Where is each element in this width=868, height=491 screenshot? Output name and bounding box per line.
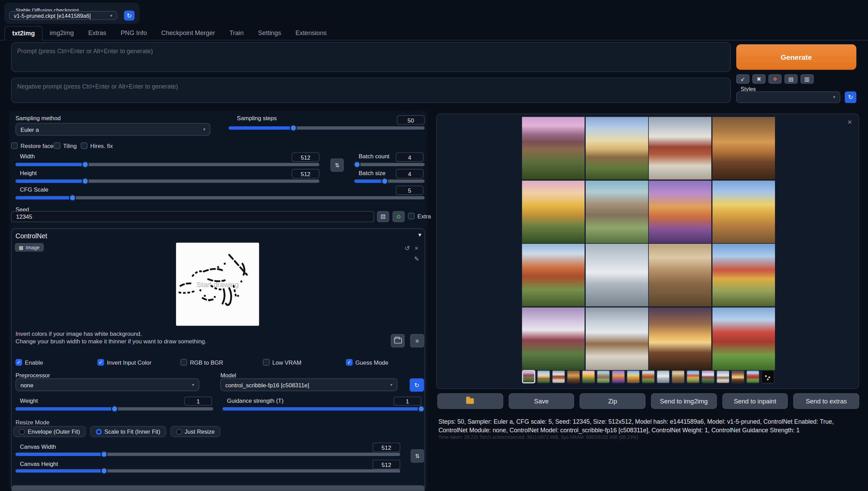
- enable-checkbox[interactable]: ✓ Enable: [15, 359, 43, 366]
- gallery-image[interactable]: [522, 180, 585, 243]
- gallery-image[interactable]: [585, 117, 648, 179]
- rgb-to-bgr-checkbox[interactable]: RGB to BGR: [180, 359, 223, 366]
- extra-seed-checkbox[interactable]: Extra: [408, 213, 431, 219]
- weight-slider[interactable]: [15, 407, 213, 411]
- canvas-width-value[interactable]: [373, 443, 400, 452]
- swap-canvas-dims-button[interactable]: ⇅: [411, 449, 424, 463]
- gallery-image[interactable]: [712, 117, 775, 179]
- canvas-settings-button[interactable]: ≡: [410, 334, 424, 347]
- prompt-input[interactable]: [11, 42, 731, 72]
- batch-count-slider[interactable]: [354, 163, 425, 166]
- thumbnail[interactable]: [687, 370, 700, 384]
- thumbnail[interactable]: [746, 370, 760, 384]
- negative-prompt-input[interactable]: [11, 78, 731, 103]
- new-canvas-button[interactable]: [391, 334, 404, 347]
- guidance-strength-value[interactable]: [394, 397, 421, 406]
- drawing-canvas[interactable]: Start drawing: [176, 243, 259, 326]
- width-slider[interactable]: [15, 163, 319, 166]
- gallery-image[interactable]: [649, 307, 711, 370]
- tab-extensions[interactable]: Extensions: [288, 26, 334, 40]
- thumbnail[interactable]: [597, 370, 610, 384]
- resize-radio-envelope[interactable]: Envelope (Outer Fit): [13, 426, 86, 437]
- tab-train[interactable]: Train: [222, 26, 251, 40]
- thumbnail[interactable]: [582, 370, 595, 384]
- weight-value[interactable]: [184, 397, 212, 406]
- guess-mode-checkbox[interactable]: ✓ Guess Mode: [346, 359, 388, 366]
- send-to-inpaint-button[interactable]: Send to inpaint: [722, 393, 788, 409]
- model-refresh-button[interactable]: ↻: [410, 378, 424, 392]
- model-select[interactable]: control_scribble-fp16 [c508311e] ▾: [220, 378, 397, 391]
- gallery-image[interactable]: [522, 244, 585, 306]
- styles-select[interactable]: ▾: [736, 91, 840, 103]
- sampling-method-select[interactable]: Euler a ▾: [15, 123, 210, 136]
- tab-img2img[interactable]: img2img: [43, 26, 81, 40]
- thumbnail[interactable]: [567, 370, 580, 384]
- gallery-image[interactable]: [712, 180, 775, 243]
- sampling-steps-value[interactable]: [397, 115, 425, 125]
- thumbnail[interactable]: [522, 370, 536, 384]
- gallery-image[interactable]: [649, 244, 711, 306]
- clear-prompt-button[interactable]: ✖: [752, 74, 766, 83]
- resize-radio-just-resize[interactable]: Just Resize: [170, 426, 220, 437]
- thumbnail[interactable]: [612, 370, 625, 384]
- brush-button[interactable]: ✎: [414, 256, 419, 262]
- zip-button[interactable]: Zip: [580, 393, 645, 409]
- styles-refresh-button[interactable]: ↻: [845, 91, 856, 103]
- script-section-partial[interactable]: [12, 485, 425, 491]
- thumbnail[interactable]: [701, 370, 715, 384]
- gallery-close-button[interactable]: ×: [847, 117, 852, 126]
- batch-size-value[interactable]: [396, 169, 424, 178]
- thumbnail[interactable]: [626, 370, 640, 384]
- controlnet-image-tab[interactable]: ▦ Image: [15, 243, 44, 251]
- thumbnail[interactable]: [537, 370, 550, 384]
- width-value[interactable]: [292, 152, 319, 162]
- save-style-button[interactable]: ▤: [784, 74, 798, 83]
- tiling-checkbox[interactable]: Tiling: [54, 142, 77, 149]
- thumbnail[interactable]: [671, 370, 685, 384]
- thumbnail[interactable]: [657, 370, 670, 384]
- sampling-steps-slider[interactable]: [228, 126, 424, 130]
- random-seed-button[interactable]: ⚄: [377, 211, 389, 222]
- gallery-image[interactable]: [649, 180, 711, 243]
- paste-params-button[interactable]: ↙: [736, 74, 750, 83]
- gallery-image[interactable]: [649, 117, 711, 179]
- gallery-image[interactable]: [585, 307, 648, 370]
- swap-dimensions-button[interactable]: ⇅: [330, 158, 344, 172]
- send-to-img2img-button[interactable]: Send to img2img: [651, 393, 717, 409]
- canvas-width-slider[interactable]: [15, 453, 400, 456]
- cfg-scale-slider[interactable]: [15, 196, 424, 199]
- gallery-image[interactable]: [522, 307, 585, 370]
- clear-canvas-button[interactable]: ×: [415, 246, 418, 252]
- gallery-image[interactable]: [712, 244, 775, 306]
- send-to-extras-button[interactable]: Send to extras: [794, 393, 859, 409]
- tab-png-info[interactable]: PNG Info: [114, 26, 154, 40]
- guidance-strength-slider[interactable]: [223, 407, 421, 411]
- restore-faces-checkbox[interactable]: Restore faces: [11, 142, 56, 149]
- tab-checkpoint-merger[interactable]: Checkpoint Merger: [154, 26, 222, 40]
- batch-size-slider[interactable]: [354, 180, 425, 183]
- controlnet-accordion-header[interactable]: ControlNet: [15, 232, 47, 240]
- extra-networks-button[interactable]: ❖: [769, 74, 782, 83]
- hires-fix-checkbox[interactable]: Hires. fix: [81, 142, 113, 149]
- reuse-seed-button[interactable]: ♻: [392, 211, 404, 222]
- gallery-image[interactable]: [585, 244, 648, 306]
- checkpoint-refresh-button[interactable]: ↻: [124, 11, 134, 21]
- low-vram-checkbox[interactable]: Low VRAM: [263, 359, 301, 366]
- height-value[interactable]: [292, 169, 319, 178]
- canvas-height-value[interactable]: [373, 460, 400, 469]
- batch-count-value[interactable]: [396, 152, 424, 162]
- thumbnail[interactable]: [716, 370, 730, 384]
- gallery-image[interactable]: [712, 307, 775, 370]
- tab-settings[interactable]: Settings: [251, 26, 288, 40]
- thumbnail[interactable]: [731, 370, 744, 384]
- apply-style-button[interactable]: ▥: [800, 74, 814, 83]
- seed-input[interactable]: [11, 211, 374, 222]
- cfg-scale-value[interactable]: [396, 186, 424, 195]
- tab-extras[interactable]: Extras: [81, 26, 114, 40]
- preprocessor-select[interactable]: none ▾: [15, 378, 199, 391]
- gallery-image[interactable]: [585, 180, 648, 243]
- generate-button[interactable]: Generate: [736, 44, 856, 70]
- undo-button[interactable]: ↺: [404, 246, 410, 252]
- tab-txt2img[interactable]: txt2img: [4, 26, 43, 41]
- open-folder-button[interactable]: [437, 393, 503, 409]
